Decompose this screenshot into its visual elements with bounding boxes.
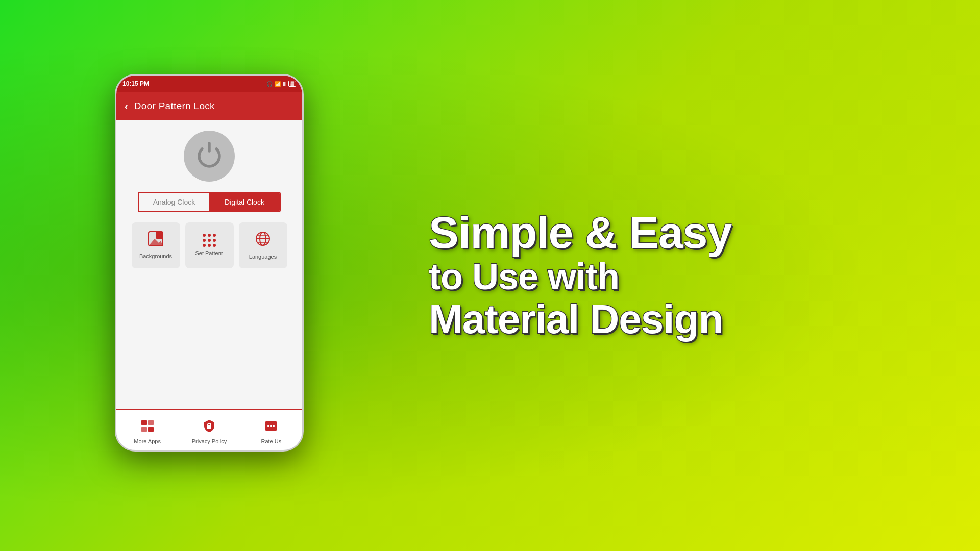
more-apps-icon — [140, 419, 155, 436]
backgrounds-icon — [148, 231, 164, 250]
app-header: ‹ Door Pattern Lock — [116, 92, 302, 120]
backgrounds-button[interactable]: Backgrounds — [132, 222, 180, 268]
svg-rect-11 — [148, 427, 154, 432]
tagline-line1: Simple & Easy — [429, 209, 732, 256]
status-bar: 10:15 PM 🎧 📶 ||| ▓ — [116, 76, 302, 92]
tagline-section: Simple & Easy to Use with Material Desig… — [388, 209, 980, 342]
svg-point-15 — [267, 425, 270, 427]
svg-rect-1 — [156, 232, 163, 239]
wifi-icon: 📶 — [275, 81, 281, 87]
privacy-policy-icon — [202, 419, 216, 436]
set-pattern-button[interactable]: Set Pattern — [185, 222, 234, 268]
main-grid-buttons: Backgrounds Set Pattern — [125, 222, 294, 268]
power-icon — [194, 141, 225, 171]
rate-us-label: Rate Us — [261, 438, 281, 445]
svg-point-16 — [270, 425, 272, 427]
privacy-policy-nav-item[interactable]: Privacy Policy — [178, 415, 240, 445]
bottom-navigation: More Apps Privacy Policy — [116, 409, 302, 450]
app-content: Analog Clock Digital Clock — [116, 120, 302, 412]
app-title: Door Pattern Lock — [134, 101, 215, 112]
svg-rect-8 — [141, 420, 147, 425]
tagline-line2: to Use with — [429, 257, 619, 297]
set-pattern-icon — [203, 234, 216, 247]
rate-us-nav-item[interactable]: Rate Us — [240, 415, 302, 445]
headphone-icon: 🎧 — [266, 81, 273, 87]
status-icons: 🎧 📶 ||| ▓ — [266, 81, 296, 87]
languages-label: Languages — [249, 254, 277, 260]
status-time: 10:15 PM — [122, 80, 149, 87]
more-apps-label: More Apps — [134, 438, 161, 445]
phone-section: 10:15 PM 🎧 📶 ||| ▓ ‹ Door Pattern Lock — [31, 0, 388, 551]
languages-button[interactable]: Languages — [239, 222, 287, 268]
battery-icon: ▓ — [288, 81, 296, 87]
power-button-display — [184, 131, 235, 182]
set-pattern-label: Set Pattern — [195, 250, 223, 257]
languages-icon — [255, 231, 271, 251]
svg-point-17 — [273, 425, 275, 427]
rate-us-icon — [264, 419, 278, 436]
phone-mockup: 10:15 PM 🎧 📶 ||| ▓ ‹ Door Pattern Lock — [115, 74, 304, 452]
signal-icon: ||| — [283, 81, 287, 86]
clock-toggle-group: Analog Clock Digital Clock — [138, 192, 281, 212]
tagline-line3: Material Design — [429, 297, 723, 342]
digital-clock-tab[interactable]: Digital Clock — [209, 193, 280, 211]
svg-rect-9 — [148, 420, 154, 425]
privacy-policy-label: Privacy Policy — [192, 438, 227, 445]
analog-clock-tab[interactable]: Analog Clock — [139, 193, 209, 211]
svg-rect-10 — [141, 427, 147, 432]
page-wrapper: 10:15 PM 🎧 📶 ||| ▓ ‹ Door Pattern Lock — [0, 0, 980, 551]
backgrounds-label: Backgrounds — [139, 253, 172, 260]
more-apps-nav-item[interactable]: More Apps — [116, 415, 178, 445]
back-button[interactable]: ‹ — [125, 101, 128, 112]
